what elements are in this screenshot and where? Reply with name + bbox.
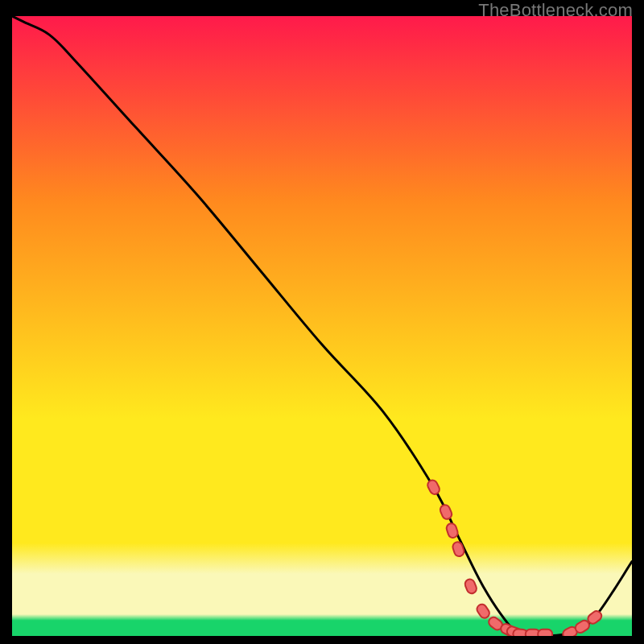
curve-marker: [464, 578, 478, 595]
marker-cluster-right: [561, 609, 603, 636]
chart-stage: TheBottleneck.com: [0, 0, 644, 644]
curve-marker: [439, 503, 453, 520]
bottleneck-curve: [12, 16, 632, 636]
chart-frame: [12, 16, 632, 636]
chart-overlay: [12, 16, 632, 636]
curve-path: [12, 16, 632, 636]
curve-marker: [538, 630, 552, 636]
curve-marker: [426, 478, 441, 495]
curve-marker: [445, 522, 459, 539]
marker-cluster-left: [426, 478, 552, 636]
curve-marker: [475, 602, 491, 620]
curve-marker: [452, 541, 465, 558]
